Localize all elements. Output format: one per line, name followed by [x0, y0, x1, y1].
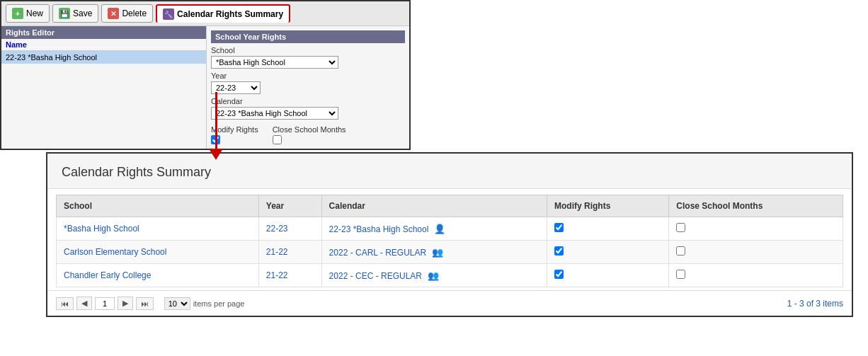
items-per-page-select[interactable]: 10 25 50 — [164, 297, 190, 310]
rights-editor-selected-row[interactable]: 22-23 *Basha High School — [1, 51, 206, 64]
top-editor-panel: + New 💾 Save ✕ Delete 🔧 Calendar Rights … — [0, 0, 411, 150]
table-head: School Year Calendar Modify Rights Close… — [57, 195, 843, 217]
table-row: *Basha High School22-2322-23 *Basha High… — [57, 217, 843, 241]
pagination: ⏮ ◀ ▶ ⏭ 10 25 50 items per page 1 - 3 of… — [47, 290, 852, 316]
school-year-rights-header: School Year Rights — [211, 30, 405, 43]
rights-editor-panel: Rights Editor Name 22-23 *Basha High Sch… — [1, 26, 207, 149]
cell-modify-rights — [547, 217, 669, 241]
school-link[interactable]: Chandler Early College — [64, 270, 151, 280]
calendar-select[interactable]: 22-23 *Basha High School — [211, 107, 338, 120]
col-year: Year — [258, 195, 321, 217]
new-icon: + — [12, 8, 23, 19]
calendar-field-label: Calendar — [211, 97, 405, 105]
arrow-head — [209, 149, 223, 160]
year-link[interactable]: 21-22 — [266, 247, 288, 257]
school-link[interactable]: Carlson Elementary School — [64, 247, 166, 257]
calendar-link[interactable]: 22-23 *Basha High School — [329, 224, 429, 234]
save-icon: 💾 — [59, 8, 70, 19]
school-link[interactable]: *Basha High School — [64, 224, 139, 234]
cell-close-school-months — [669, 264, 843, 287]
close-school-months-checkbox[interactable] — [273, 135, 282, 144]
close-school-months-label: Close School Months — [273, 125, 346, 134]
col-calendar: Calendar — [321, 195, 547, 217]
col-modify-rights: Modify Rights — [547, 195, 669, 217]
calendar-link[interactable]: 2022 - CARL - REGULAR — [329, 248, 427, 258]
modify-rights-checkbox-row[interactable] — [554, 246, 564, 255]
rights-editor-col-name: Name — [1, 39, 206, 51]
calendar-rights-icon: 🔧 — [163, 8, 174, 20]
cell-calendar: 2022 - CEC - REGULAR 👥 — [321, 264, 547, 287]
cell-modify-rights — [547, 264, 669, 287]
cell-modify-rights — [547, 241, 669, 264]
checkboxes-row: Modify Rights Close School Months — [211, 122, 405, 144]
year-link[interactable]: 22-23 — [266, 224, 288, 234]
close-school-months-checkbox-row[interactable] — [676, 246, 685, 255]
cell-year: 21-22 — [258, 241, 321, 264]
pagination-info: 1 - 3 of 3 items — [787, 299, 843, 309]
year-field-label: Year — [211, 71, 405, 80]
items-per-page-label: items per page — [193, 299, 245, 308]
summary-table: School Year Calendar Modify Rights Close… — [56, 195, 843, 287]
cell-close-school-months — [669, 217, 843, 241]
prev-page-button[interactable]: ◀ — [76, 297, 92, 310]
people-icon: 👥 — [425, 270, 439, 281]
cell-year: 22-23 — [258, 217, 321, 241]
new-label: New — [26, 8, 43, 18]
toolbar: + New 💾 Save ✕ Delete 🔧 Calendar Rights … — [1, 1, 409, 26]
next-page-button[interactable]: ▶ — [118, 297, 133, 310]
col-school: School — [57, 195, 259, 217]
last-page-button[interactable]: ⏭ — [136, 297, 154, 310]
items-per-page: 10 25 50 items per page — [164, 297, 245, 310]
delete-label: Delete — [122, 8, 147, 18]
table-row: Carlson Elementary School21-222022 - CAR… — [57, 241, 843, 264]
year-link[interactable]: 21-22 — [266, 270, 288, 280]
editor-panels: Rights Editor Name 22-23 *Basha High Sch… — [1, 26, 409, 149]
school-select[interactable]: *Basha High School — [211, 56, 338, 69]
school-field-label: School — [211, 46, 405, 54]
delete-icon: ✕ — [108, 8, 119, 19]
summary-table-wrap: School Year Calendar Modify Rights Close… — [47, 195, 852, 287]
modify-rights-checkbox-row[interactable] — [554, 223, 564, 232]
person-icon: 👤 — [431, 224, 445, 234]
cell-close-school-months — [669, 241, 843, 264]
calendar-rights-tab[interactable]: 🔧 Calendar Rights Summary — [156, 4, 290, 23]
modify-rights-checkbox-row[interactable] — [554, 270, 564, 279]
red-arrow — [209, 92, 223, 160]
close-school-months-checkbox-row[interactable] — [676, 270, 685, 279]
close-school-months-item: Close School Months — [273, 122, 346, 144]
col-close-school-months: Close School Months — [669, 195, 843, 217]
table-row: Chandler Early College21-222022 - CEC - … — [57, 264, 843, 287]
calendar-link[interactable]: 2022 - CEC - REGULAR — [329, 271, 422, 281]
first-page-button[interactable]: ⏮ — [56, 297, 74, 310]
arrow-line — [215, 92, 217, 149]
people-icon: 👥 — [429, 247, 443, 258]
cell-year: 21-22 — [258, 264, 321, 287]
delete-button[interactable]: ✕ Delete — [101, 4, 153, 23]
summary-title: Calendar Rights Summary — [47, 154, 852, 189]
cell-calendar: 22-23 *Basha High School 👤 — [321, 217, 547, 241]
cell-school: Carlson Elementary School — [57, 241, 259, 264]
school-year-rights-panel: School Year Rights School *Basha High Sc… — [207, 26, 409, 149]
cell-calendar: 2022 - CARL - REGULAR 👥 — [321, 241, 547, 264]
cell-school: Chandler Early College — [57, 264, 259, 287]
page-number-input[interactable] — [95, 297, 115, 310]
new-button[interactable]: + New — [6, 4, 50, 23]
table-body: *Basha High School22-2322-23 *Basha High… — [57, 217, 843, 287]
save-button[interactable]: 💾 Save — [52, 4, 98, 23]
rights-editor-header: Rights Editor — [1, 26, 206, 39]
summary-panel: Calendar Rights Summary School Year Cale… — [46, 152, 853, 317]
cell-school: *Basha High School — [57, 217, 259, 241]
calendar-rights-label: Calendar Rights Summary — [177, 9, 283, 19]
table-header-row: School Year Calendar Modify Rights Close… — [57, 195, 843, 217]
page-controls: ⏮ ◀ ▶ ⏭ 10 25 50 items per page — [56, 297, 244, 310]
save-label: Save — [73, 8, 92, 18]
close-school-months-checkbox-row[interactable] — [676, 223, 685, 232]
